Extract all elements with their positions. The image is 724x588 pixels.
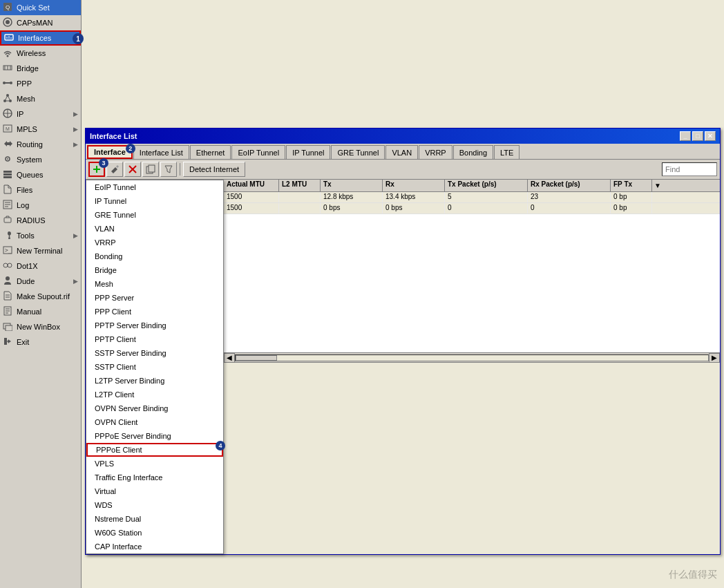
dropdown-item-ovpn-client[interactable]: OVPN Client [86,415,223,429]
sidebar-item-queues[interactable]: Queues [0,167,81,182]
sidebar-item-capsman[interactable]: CAPsMAN [0,15,81,30]
find-input[interactable] [662,162,717,176]
dropdown-item-vrrp[interactable]: VRRP [86,236,223,249]
sidebar-item-manual[interactable]: Manual [0,304,81,319]
dropdown-item-pppoe-server-binding[interactable]: PPPoE Server Binding [86,429,223,443]
sidebar-item-files[interactable]: Files [0,182,81,198]
scroll-right-button[interactable]: ▶ [709,353,720,363]
svg-rect-31 [3,176,12,178]
dropdown-item-vlan[interactable]: VLAN [86,222,223,236]
edit-button[interactable] [106,162,123,177]
col-rx-pkt: Rx Packet (p/s) [528,180,611,191]
dropdown-item-wds[interactable]: WDS [86,498,223,512]
window-minimize-button[interactable]: _ [680,131,691,141]
mesh-icon [3,93,14,104]
scroll-thumb[interactable] [236,355,277,361]
dropdown-item-mesh[interactable]: Mesh [86,277,223,291]
dropdown-item-cap-interface[interactable]: CAP Interface [86,540,223,553]
table-row[interactable]: 1500 12.8 kbps 13.4 kbps 5 23 0 bp [224,192,720,203]
dropdown-item-bridge[interactable]: Bridge [86,263,223,277]
sidebar-item-label: Quick Set [17,3,50,12]
table-row[interactable]: 1500 0 bps 0 bps 0 0 0 bp [224,203,720,214]
dropdown-item-traffic-eng-interface[interactable]: Traffic Eng Interface [86,471,223,484]
col-actual-mtu: Actual MTU [224,180,279,191]
sidebar-item-mpls[interactable]: M MPLS ▶ [0,122,81,137]
tab-ethernet[interactable]: Ethernet [190,145,231,159]
sidebar-item-radius[interactable]: RADIUS [0,213,81,228]
arrow-icon: ▶ [73,278,78,285]
dropdown-item-vpls[interactable]: VPLS [86,457,223,471]
sidebar-item-new-terminal[interactable]: >_ New Terminal [0,243,81,258]
dropdown-item-virtual[interactable]: Virtual [86,484,223,498]
tab-bonding[interactable]: Bonding [453,145,493,159]
filter-button[interactable] [160,162,177,177]
sidebar-item-exit[interactable]: Exit [0,334,81,350]
delete-button[interactable] [124,162,141,177]
scroll-left-button[interactable]: ◀ [224,353,235,363]
tab-gre-tunnel[interactable]: GRE Tunnel [331,145,385,159]
sidebar-item-dot1x[interactable]: Dot1X [0,258,81,274]
window-close-button[interactable]: ✕ [705,131,716,141]
dropdown-item-ppp-client[interactable]: PPP Client [86,305,223,319]
sidebar-item-ip[interactable]: IP ▶ [0,106,81,122]
tab-interface[interactable]: Interface 2 [87,145,133,159]
queues-icon [3,169,14,180]
manual-icon [3,306,14,317]
col-tx-pkt: Tx Packet (p/s) [445,180,528,191]
cell-rx-pkt: 23 [528,192,611,202]
cell-fp-tx: 0 bp [611,192,652,202]
sidebar-item-wireless[interactable]: Wireless [0,46,81,61]
arrow-icon: ▶ [73,126,78,133]
dropdown-item-w60g-station[interactable]: W60G Station [86,526,223,540]
sidebar-item-bridge[interactable]: Bridge [0,61,81,76]
sidebar-item-system[interactable]: System [0,152,81,167]
dude-icon [3,276,14,287]
detect-internet-button[interactable]: Detect Internet [183,162,245,177]
dropdown-item-bonding[interactable]: Bonding [86,249,223,263]
dropdown-item-l2tp-client[interactable]: L2TP Client [86,388,223,401]
sidebar-item-tools[interactable]: Tools ▶ [0,228,81,243]
tools-icon [3,230,14,241]
copy-button[interactable] [142,162,159,177]
sidebar-item-dude[interactable]: Dude ▶ [0,274,81,289]
dropdown-item-pptp-client[interactable]: PPTP Client [86,332,223,346]
sidebar-item-ppp[interactable]: PPP [0,76,81,91]
sidebar-item-label: RADIUS [17,216,46,225]
tab-interface-list[interactable]: Interface List [133,145,189,159]
sidebar-item-quick-set[interactable]: Q Quick Set [0,0,81,15]
tab-vrrp[interactable]: VRRP [419,145,452,159]
sidebar-item-routing[interactable]: Routing ▶ [0,137,81,152]
cell-rx-pkt: 0 [528,203,611,214]
tab-eoip-tunnel[interactable]: EoIP Tunnel [231,145,285,159]
window-maximize-button[interactable]: □ [692,131,703,141]
dropdown-item-ovpn-server-binding[interactable]: OVPN Server Binding [86,401,223,415]
dropdown-item-pptp-server-binding[interactable]: PPTP Server Binding [86,319,223,332]
sidebar-item-label: Manual [17,307,41,316]
cell-l2-mtu [279,192,321,202]
cell-tx-pkt: 5 [445,192,528,202]
sidebar-item-label: Mesh [17,95,35,103]
dropdown-item-ip-tunnel[interactable]: IP Tunnel [86,194,223,208]
tab-vlan[interactable]: VLAN [385,145,418,159]
dropdown-item-nstreme-dual[interactable]: Nstreme Dual [86,512,223,526]
sidebar-item-new-winbox[interactable]: New WinBox [0,319,81,334]
col-expand-button[interactable]: ▼ [652,180,663,191]
horizontal-scrollbar[interactable]: ◀ ▶ [224,352,720,362]
sidebar-item-label: Exit [17,338,29,346]
tab-ip-tunnel[interactable]: IP Tunnel [286,145,330,159]
sidebar-item-interfaces[interactable]: Interfaces 1 [0,30,81,46]
tab-lte[interactable]: LTE [494,145,520,159]
sidebar-item-make-supout[interactable]: Make Supout.rif [0,289,81,304]
scroll-track[interactable] [235,354,709,361]
dropdown-item-gre-tunnel[interactable]: GRE Tunnel [86,208,223,222]
dropdown-item-eoip-tunnel[interactable]: EoIP Tunnel [86,180,223,194]
sidebar-item-log[interactable]: Log [0,198,81,213]
dropdown-item-sstp-server-binding[interactable]: SSTP Server Binding [86,346,223,360]
dropdown-item-ppp-server[interactable]: PPP Server [86,291,223,305]
sidebar-item-mesh[interactable]: Mesh [0,91,81,106]
dropdown-item-l2tp-server-binding[interactable]: L2TP Server Binding [86,374,223,388]
cell-l2-mtu [279,203,321,214]
toolbar: 3 Detect Internet [86,160,720,180]
dropdown-item-pppoe-client[interactable]: PPPoE Client 4 [86,443,223,457]
dropdown-item-sstp-client[interactable]: SSTP Client [86,360,223,374]
